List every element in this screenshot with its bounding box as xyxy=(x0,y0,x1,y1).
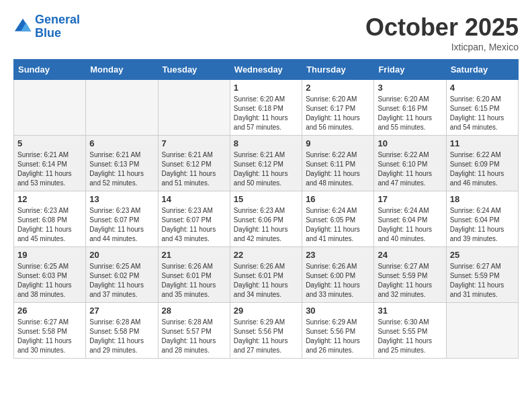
day-info: Sunrise: 6:20 AM Sunset: 6:15 PM Dayligh… xyxy=(450,95,515,132)
calendar-cell: 10Sunrise: 6:22 AM Sunset: 6:10 PM Dayli… xyxy=(374,136,446,191)
day-info: Sunrise: 6:22 AM Sunset: 6:10 PM Dayligh… xyxy=(378,150,442,188)
day-info: Sunrise: 6:24 AM Sunset: 6:04 PM Dayligh… xyxy=(450,206,515,244)
calendar-cell: 2Sunrise: 6:20 AM Sunset: 6:17 PM Daylig… xyxy=(302,80,374,136)
day-info: Sunrise: 6:26 AM Sunset: 6:01 PM Dayligh… xyxy=(234,262,298,300)
day-info: Sunrise: 6:23 AM Sunset: 6:07 PM Dayligh… xyxy=(89,206,154,244)
day-number: 20 xyxy=(89,250,154,260)
day-info: Sunrise: 6:25 AM Sunset: 6:02 PM Dayligh… xyxy=(89,262,154,300)
calendar-cell: 3Sunrise: 6:20 AM Sunset: 6:16 PM Daylig… xyxy=(374,80,446,136)
calendar-cell: 17Sunrise: 6:24 AM Sunset: 6:04 PM Dayli… xyxy=(374,191,446,247)
day-info: Sunrise: 6:28 AM Sunset: 5:58 PM Dayligh… xyxy=(89,318,154,355)
calendar-cell xyxy=(446,303,518,359)
day-number: 8 xyxy=(234,138,298,148)
day-number: 6 xyxy=(89,138,154,148)
day-number: 24 xyxy=(378,250,442,260)
calendar-week-1: 1Sunrise: 6:20 AM Sunset: 6:18 PM Daylig… xyxy=(14,80,519,136)
day-info: Sunrise: 6:26 AM Sunset: 6:01 PM Dayligh… xyxy=(162,262,226,300)
day-info: Sunrise: 6:27 AM Sunset: 5:59 PM Dayligh… xyxy=(450,262,515,300)
calendar: SundayMondayTuesdayWednesdayThursdayFrid… xyxy=(13,59,519,359)
day-number: 4 xyxy=(450,83,515,93)
header-saturday: Saturday xyxy=(446,60,518,80)
calendar-cell: 27Sunrise: 6:28 AM Sunset: 5:58 PM Dayli… xyxy=(86,303,158,359)
calendar-cell: 18Sunrise: 6:24 AM Sunset: 6:04 PM Dayli… xyxy=(446,191,518,247)
calendar-cell: 7Sunrise: 6:21 AM Sunset: 6:12 PM Daylig… xyxy=(158,136,230,191)
day-number: 13 xyxy=(89,194,154,204)
calendar-cell: 16Sunrise: 6:24 AM Sunset: 6:05 PM Dayli… xyxy=(302,191,374,247)
day-number: 22 xyxy=(234,250,298,260)
day-info: Sunrise: 6:28 AM Sunset: 5:57 PM Dayligh… xyxy=(162,318,226,355)
page-header: General Blue October 2025 Ixticpan, Mexi… xyxy=(13,13,519,52)
header-monday: Monday xyxy=(86,60,158,80)
calendar-cell xyxy=(158,80,230,136)
day-number: 23 xyxy=(306,250,370,260)
calendar-cell: 5Sunrise: 6:21 AM Sunset: 6:14 PM Daylig… xyxy=(14,136,86,191)
calendar-cell: 29Sunrise: 6:29 AM Sunset: 5:56 PM Dayli… xyxy=(230,303,302,359)
calendar-cell: 13Sunrise: 6:23 AM Sunset: 6:07 PM Dayli… xyxy=(86,191,158,247)
month-title: October 2025 xyxy=(365,13,519,42)
calendar-cell: 12Sunrise: 6:23 AM Sunset: 6:08 PM Dayli… xyxy=(14,191,86,247)
day-number: 12 xyxy=(17,194,82,204)
calendar-cell: 1Sunrise: 6:20 AM Sunset: 6:18 PM Daylig… xyxy=(230,80,302,136)
header-friday: Friday xyxy=(374,60,446,80)
day-info: Sunrise: 6:21 AM Sunset: 6:12 PM Dayligh… xyxy=(234,150,298,188)
calendar-cell: 14Sunrise: 6:23 AM Sunset: 6:07 PM Dayli… xyxy=(158,191,230,247)
day-number: 21 xyxy=(162,250,226,260)
day-number: 9 xyxy=(306,138,370,148)
day-info: Sunrise: 6:27 AM Sunset: 5:59 PM Dayligh… xyxy=(378,262,442,300)
day-info: Sunrise: 6:21 AM Sunset: 6:14 PM Dayligh… xyxy=(17,150,82,188)
calendar-cell: 24Sunrise: 6:27 AM Sunset: 5:59 PM Dayli… xyxy=(374,247,446,303)
day-info: Sunrise: 6:24 AM Sunset: 6:04 PM Dayligh… xyxy=(378,206,442,244)
calendar-cell: 11Sunrise: 6:22 AM Sunset: 6:09 PM Dayli… xyxy=(446,136,518,191)
logo: General Blue xyxy=(13,13,80,40)
calendar-cell: 28Sunrise: 6:28 AM Sunset: 5:57 PM Dayli… xyxy=(158,303,230,359)
calendar-header-row: SundayMondayTuesdayWednesdayThursdayFrid… xyxy=(14,60,519,80)
calendar-week-4: 19Sunrise: 6:25 AM Sunset: 6:03 PM Dayli… xyxy=(14,247,519,303)
day-info: Sunrise: 6:23 AM Sunset: 6:06 PM Dayligh… xyxy=(234,206,298,244)
calendar-cell: 8Sunrise: 6:21 AM Sunset: 6:12 PM Daylig… xyxy=(230,136,302,191)
day-number: 26 xyxy=(17,306,82,316)
calendar-cell xyxy=(14,80,86,136)
day-number: 3 xyxy=(378,83,442,93)
header-tuesday: Tuesday xyxy=(158,60,230,80)
day-number: 19 xyxy=(17,250,82,260)
day-info: Sunrise: 6:21 AM Sunset: 6:13 PM Dayligh… xyxy=(89,150,154,188)
header-sunday: Sunday xyxy=(14,60,86,80)
day-info: Sunrise: 6:23 AM Sunset: 6:07 PM Dayligh… xyxy=(162,206,226,244)
calendar-cell: 22Sunrise: 6:26 AM Sunset: 6:01 PM Dayli… xyxy=(230,247,302,303)
day-number: 29 xyxy=(234,306,298,316)
calendar-cell: 31Sunrise: 6:30 AM Sunset: 5:55 PM Dayli… xyxy=(374,303,446,359)
calendar-cell: 4Sunrise: 6:20 AM Sunset: 6:15 PM Daylig… xyxy=(446,80,518,136)
day-info: Sunrise: 6:30 AM Sunset: 5:55 PM Dayligh… xyxy=(378,318,442,355)
calendar-cell: 21Sunrise: 6:26 AM Sunset: 6:01 PM Dayli… xyxy=(158,247,230,303)
calendar-cell: 30Sunrise: 6:29 AM Sunset: 5:56 PM Dayli… xyxy=(302,303,374,359)
day-number: 10 xyxy=(378,138,442,148)
calendar-cell: 23Sunrise: 6:26 AM Sunset: 6:00 PM Dayli… xyxy=(302,247,374,303)
calendar-week-5: 26Sunrise: 6:27 AM Sunset: 5:58 PM Dayli… xyxy=(14,303,519,359)
logo-text: General Blue xyxy=(35,13,80,40)
day-number: 30 xyxy=(306,306,370,316)
day-info: Sunrise: 6:20 AM Sunset: 6:18 PM Dayligh… xyxy=(234,95,298,132)
day-number: 31 xyxy=(378,306,442,316)
day-info: Sunrise: 6:29 AM Sunset: 5:56 PM Dayligh… xyxy=(306,318,370,355)
day-info: Sunrise: 6:22 AM Sunset: 6:11 PM Dayligh… xyxy=(306,150,370,188)
day-number: 11 xyxy=(450,138,515,148)
day-info: Sunrise: 6:20 AM Sunset: 6:16 PM Dayligh… xyxy=(378,95,442,132)
calendar-cell: 25Sunrise: 6:27 AM Sunset: 5:59 PM Dayli… xyxy=(446,247,518,303)
day-info: Sunrise: 6:23 AM Sunset: 6:08 PM Dayligh… xyxy=(17,206,82,244)
day-number: 1 xyxy=(234,83,298,93)
day-info: Sunrise: 6:22 AM Sunset: 6:09 PM Dayligh… xyxy=(450,150,515,188)
day-number: 7 xyxy=(162,138,226,148)
day-info: Sunrise: 6:21 AM Sunset: 6:12 PM Dayligh… xyxy=(162,150,226,188)
header-wednesday: Wednesday xyxy=(230,60,302,80)
calendar-cell: 26Sunrise: 6:27 AM Sunset: 5:58 PM Dayli… xyxy=(14,303,86,359)
calendar-cell: 20Sunrise: 6:25 AM Sunset: 6:02 PM Dayli… xyxy=(86,247,158,303)
title-block: October 2025 Ixticpan, Mexico xyxy=(365,13,519,52)
day-number: 16 xyxy=(306,194,370,204)
calendar-cell: 6Sunrise: 6:21 AM Sunset: 6:13 PM Daylig… xyxy=(86,136,158,191)
day-number: 18 xyxy=(450,194,515,204)
day-info: Sunrise: 6:26 AM Sunset: 6:00 PM Dayligh… xyxy=(306,262,370,300)
day-number: 5 xyxy=(17,138,82,148)
location: Ixticpan, Mexico xyxy=(365,42,519,52)
logo-icon xyxy=(13,17,32,36)
day-number: 17 xyxy=(378,194,442,204)
